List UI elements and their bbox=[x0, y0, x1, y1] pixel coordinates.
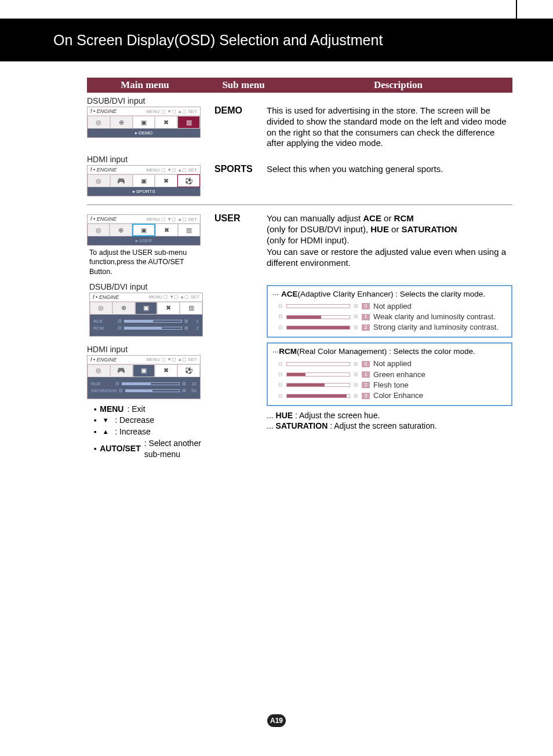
option-row: ⊟⊞0Not applied bbox=[278, 359, 507, 368]
movie-icon: ◎ bbox=[88, 174, 110, 187]
normal-icon: ✖ bbox=[155, 174, 177, 187]
ace-options-box: ··· ACE(Adaptive Clarity Enhancer) : Sel… bbox=[267, 285, 512, 338]
osd-preview-user-dsub: f • ENGINEMENU ▢ ▼▢ ▲▢ SET ◎⊕▣✖▥ ACE⊟⊞1 … bbox=[89, 293, 203, 337]
label-dsub-1: DSUB/DVI input bbox=[87, 96, 512, 105]
user-icon: ▣ bbox=[133, 116, 155, 129]
normal-icon: ✖ bbox=[155, 224, 177, 236]
column-header-row: Main menu Sub menu Description bbox=[87, 78, 512, 93]
game-icon: 🎮 bbox=[110, 174, 133, 187]
sub-sports: SPORTS bbox=[214, 164, 261, 196]
banner-title: On Screen Display(OSD) Selection and Adj… bbox=[0, 32, 383, 49]
col-sub-menu: Sub menu bbox=[203, 79, 284, 91]
note-user-adjust: To adjust the USER sub-menu function,pre… bbox=[89, 248, 209, 276]
decrease-icon: ▼ bbox=[100, 416, 111, 425]
sub-demo: DEMO bbox=[214, 105, 261, 149]
normal-icon: ✖ bbox=[155, 116, 177, 129]
label-dsub-2: DSUB/DVI input bbox=[89, 282, 209, 291]
label-hdmi-1: HDMI input bbox=[87, 155, 512, 164]
page-corner-rule bbox=[516, 0, 517, 19]
desc-demo: This is used for advertising in the stor… bbox=[267, 105, 512, 149]
desc-sports: Select this when you watching general sp… bbox=[267, 164, 512, 196]
sat-note: ... SATURATION : Adjust the screen satur… bbox=[267, 421, 512, 432]
option-row: ⊟⊞2Strong clarity and luminosity contras… bbox=[278, 323, 507, 332]
col-main-menu: Main menu bbox=[87, 79, 203, 91]
sports-icon: ⚽ bbox=[177, 174, 200, 187]
option-row: ⊟⊞0Not applied bbox=[278, 302, 507, 311]
demo-icon: ▥ bbox=[178, 224, 200, 236]
label-hdmi-2: HDMI input bbox=[87, 345, 209, 354]
osd-preview-user: f • ENGINEMENU ▢ ▼▢ ▲▢ SET ◎ ⊕ ▣ ✖ ▥ ▸ U… bbox=[87, 214, 201, 246]
internet-icon: ⊕ bbox=[110, 224, 132, 236]
button-legend: ■MENU : Exit ■▼ : Decrease ■▲ : Increase… bbox=[94, 404, 209, 461]
movie-icon: ◎ bbox=[88, 224, 110, 236]
osd-preview-user-hdmi: f • ENGINEMENU ▢ ▼▢ ▲▢ SET ◎🎮▣✖⚽ HUE⊟⊞10… bbox=[87, 355, 201, 399]
osd-preview-demo: f • ENGINEMENU ▢ ▼▢ ▲▢ SET ◎ ⊕ ▣ ✖ ▥ ▸ D… bbox=[87, 107, 201, 138]
movie-icon: ◎ bbox=[88, 116, 110, 129]
user-icon-highlighted: ▣ bbox=[132, 224, 155, 236]
option-row: ⊟⊞1Weak clarity and luminosity contrast. bbox=[278, 312, 507, 322]
desc-user: You can manually adjust ACE or RCM (only… bbox=[267, 213, 512, 461]
osd-preview-sports: f • ENGINEMENU ▢ ▼▢ ▲▢ SET ◎ 🎮 ▣ ✖ ⚽ ▸ S… bbox=[87, 165, 201, 196]
page-number: A19 bbox=[0, 714, 553, 727]
hue-note: ... HUE : Adjust the screen hue. bbox=[267, 411, 512, 421]
section-banner: On Screen Display(OSD) Selection and Adj… bbox=[0, 19, 553, 61]
section-divider bbox=[87, 204, 512, 205]
increase-icon: ▲ bbox=[100, 428, 111, 436]
col-description: Description bbox=[284, 79, 512, 91]
option-row: ⊟⊞2Flesh tone bbox=[278, 381, 507, 390]
option-row: ⊟⊞3Color Enhance bbox=[278, 391, 507, 400]
option-row: ⊟⊞1Green enhance bbox=[278, 370, 507, 379]
demo-icon: ▥ bbox=[177, 116, 200, 129]
internet-icon: ⊕ bbox=[110, 116, 133, 129]
sub-user: USER bbox=[214, 213, 261, 461]
rcm-options-box: ···RCM(Real Color Management) : Selects … bbox=[267, 342, 512, 406]
user-icon: ▣ bbox=[133, 174, 155, 187]
